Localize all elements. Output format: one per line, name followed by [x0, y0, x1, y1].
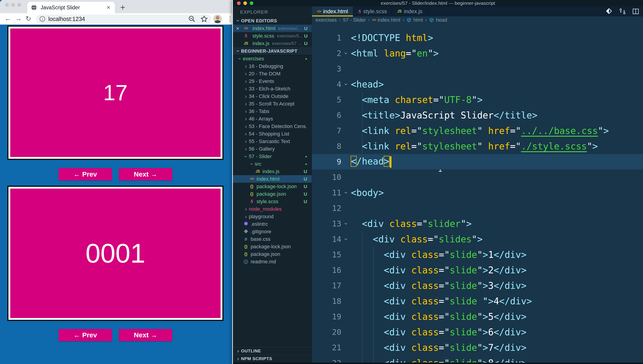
open-editor-index.js[interactable]: JSindex.jsexercises/57 ...U [233, 40, 312, 47]
browser-tab[interactable]: JavaScript Slider × [27, 2, 115, 13]
code-line-14[interactable]: 14 <div class="slides"> [312, 232, 643, 247]
outline-section[interactable]: OUTLINE [233, 347, 312, 355]
line-number: 13 [312, 219, 341, 228]
tree-item-46-arrays[interactable]: 46 - Arrays [233, 115, 312, 122]
code-line-21[interactable]: 21 <div class="slide">7</div> [312, 340, 643, 355]
code-line-17[interactable]: 17 <div class="slide">3</div> [312, 278, 643, 294]
tree-item-package-json[interactable]: {}package.jsonU [233, 190, 312, 198]
prev-button-2[interactable]: ← Prev [58, 329, 112, 341]
forward-icon[interactable]: → [15, 14, 22, 22]
open-editor-style.scss[interactable]: Sstyle.scssexercises/5...U [233, 32, 312, 40]
tree-item-readme-md[interactable]: ireadme.md [233, 258, 312, 265]
tree-item-index-html[interactable]: <>index.htmlU [233, 175, 312, 183]
editor-tab-index.html[interactable]: <>index.html [312, 6, 353, 16]
tree-item-56-gallery[interactable]: 56 - Gallery [233, 145, 312, 152]
tree-item-53-face-detection-cens-[interactable]: 53 - Face Detection Cens... [233, 122, 312, 130]
site-info-icon[interactable]: i [40, 16, 45, 22]
html-file-icon: <> [249, 176, 255, 181]
tree-item-16-debugging[interactable]: 16 - Debugging [233, 62, 312, 70]
editor-tab-index.js[interactable]: JSindex.js [392, 6, 428, 16]
tree-item-55-sarcastic-text[interactable]: 55 - Sarcastic Text [233, 138, 312, 145]
tree-item-34-click-outside[interactable]: 34 - Click Outside [233, 92, 312, 100]
bookmark-star-icon[interactable] [200, 15, 208, 22]
open-editor-name: index.html [252, 26, 275, 32]
breadcrumb-item-head[interactable]: head [429, 17, 447, 23]
code-line-20[interactable]: 20 <div class="slide">6</div> [312, 324, 643, 340]
tree-item-package-lock-json[interactable]: {}package-lock.json [233, 243, 312, 250]
window-minimize-icon[interactable] [11, 3, 15, 7]
code-line-3[interactable]: 3 [312, 61, 643, 76]
code-line-10[interactable]: 10 [312, 170, 643, 185]
split-editor-icon[interactable] [632, 8, 639, 15]
code-line-8[interactable]: 8 <link rel="stylesheet" href="./style.s… [312, 138, 643, 154]
code-line-18[interactable]: 18 <div class="slide ">4</div> [312, 294, 643, 309]
breadcrumb-item-57-slider[interactable]: 57 - Slider [343, 17, 366, 23]
code-line-12[interactable]: 12 [312, 200, 643, 216]
tree-item-base-css[interactable]: #base.css [233, 235, 312, 243]
tree-item--gitignore[interactable]: .gitignore [233, 228, 312, 235]
window-close-icon[interactable] [5, 3, 9, 7]
breadcrumb-item-exercises[interactable]: exercises [316, 17, 337, 23]
tree-item-label: 57 - Slider [249, 154, 272, 160]
url-text[interactable]: localhost:1234 [48, 16, 183, 22]
tree-item-35-scroll-to-accept[interactable]: 35 - Scroll To Accept [233, 100, 312, 108]
open-preview-icon[interactable] [606, 8, 613, 15]
code-line-15[interactable]: 15 <div class="slide">1</div> [312, 247, 643, 262]
code-line-7[interactable]: 7 <link rel="stylesheet" href="../../bas… [312, 123, 643, 138]
npm-scripts-section[interactable]: NPM SCRIPTS [233, 355, 312, 363]
tree-item-36-tabs[interactable]: 36 - Tabs [233, 108, 312, 115]
code-line-13[interactable]: 13 <div class="slider"> [312, 216, 643, 232]
tree-item-54-shopping-list[interactable]: 54 - Shopping List [233, 130, 312, 138]
code-line-1[interactable]: 1<!DOCTYPE html> [312, 30, 643, 46]
editor-tab-style.scss[interactable]: Sstyle.scss [353, 6, 392, 16]
code-line-9[interactable]: 9</head> [312, 154, 643, 170]
browser-toolbar: ← → ↻ i localhost:1234 [0, 13, 233, 24]
window-zoom-icon[interactable] [17, 3, 21, 7]
breadcrumb-item-index-html[interactable]: <>index.html [372, 17, 400, 23]
tree-item-label: .gitignore [251, 229, 271, 234]
tree-item-index-js[interactable]: JSindex.jsU [233, 168, 312, 175]
next-button-1[interactable]: Next → [119, 168, 172, 180]
code-line-6[interactable]: 6 <title>JavaScript Slider</title> [312, 108, 643, 123]
tree-item-exercises[interactable]: exercises● [233, 55, 312, 62]
tree-item-package-json[interactable]: {}package.json [233, 250, 312, 258]
fold-chevron-icon[interactable] [341, 189, 351, 196]
url-bar[interactable]: i localhost:1234 [36, 14, 212, 23]
tab-close-icon[interactable]: × [106, 4, 111, 11]
code-line-11[interactable]: 11<body> [312, 185, 643, 200]
tree-item-playground[interactable]: playground [233, 213, 312, 220]
open-changes-icon[interactable] [619, 8, 626, 15]
profile-avatar[interactable] [213, 14, 222, 23]
tree-item-package-lock-json[interactable]: {}package-lock.jsonU [233, 183, 312, 190]
project-header[interactable]: BEGINNER-JAVASCRIPT [233, 47, 312, 55]
next-button-2[interactable]: Next → [119, 329, 172, 341]
reload-icon[interactable]: ↻ [26, 14, 31, 22]
prev-button-1[interactable]: ← Prev [58, 168, 112, 180]
tree-item-57-slider[interactable]: 57 - Slider● [233, 152, 312, 160]
tree-item-29-events[interactable]: 29 - Events [233, 78, 312, 85]
fold-chevron-icon[interactable] [341, 220, 351, 227]
fold-chevron-icon[interactable] [341, 50, 351, 57]
code-editor[interactable]: 1<!DOCTYPE html>2<html lang="en">34<head… [312, 30, 643, 364]
code-line-19[interactable]: 19 <div class="slide">5</div> [312, 309, 643, 324]
code-line-2[interactable]: 2<html lang="en"> [312, 46, 643, 61]
code-text: <html lang="en"> [351, 48, 438, 58]
code-line-16[interactable]: 16 <div class="slide">2</div> [312, 262, 643, 278]
open-editors-header[interactable]: OPEN EDITORS [233, 17, 312, 24]
new-tab-button[interactable]: + [120, 3, 125, 12]
back-icon[interactable]: ← [4, 14, 12, 22]
tree-item-33-etch-a-sketch[interactable]: 33 - Etch-a-Sketch [233, 85, 312, 92]
code-line-5[interactable]: 5 <meta charset="UTF-8"> [312, 92, 643, 108]
tree-item-20-the-dom[interactable]: 20 - The DOM [233, 70, 312, 78]
breadcrumb-item-html[interactable]: html [406, 17, 423, 23]
fold-chevron-icon[interactable] [341, 236, 351, 242]
close-editor-icon[interactable]: × [236, 25, 243, 32]
code-line-4[interactable]: 4<head> [312, 76, 643, 92]
fold-chevron-icon[interactable] [341, 81, 351, 88]
tree-item-node-modules[interactable]: node_modules [233, 205, 312, 213]
zoom-out-icon[interactable] [188, 15, 196, 22]
open-editor-index.html[interactable]: ×<>index.htmlexercises/...U [233, 24, 312, 32]
tree-item--eslintrc[interactable]: .eslintrc [233, 220, 312, 228]
tree-item-style-scss[interactable]: Sstyle.scssU [233, 198, 312, 205]
tree-item-src[interactable]: src● [233, 160, 312, 168]
